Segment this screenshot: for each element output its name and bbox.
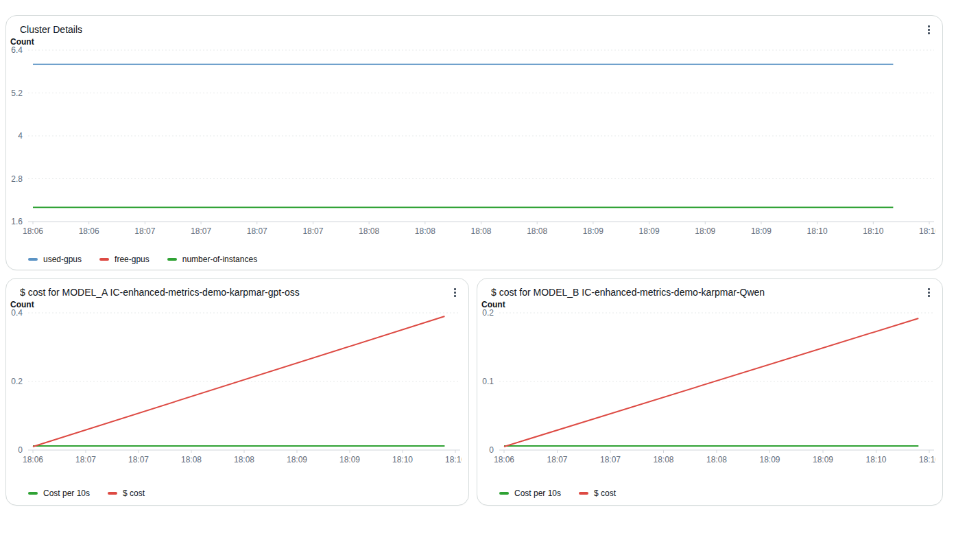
y-axis-unit-label: Count bbox=[10, 300, 34, 309]
x-axis-tick-label: 18:09 bbox=[695, 226, 715, 236]
x-axis-tick-label: 18:10 bbox=[863, 226, 883, 236]
x-axis-tick-label: 18:07 bbox=[128, 455, 149, 464]
x-axis-tick-label: 18:06 bbox=[23, 226, 43, 236]
chart-title: $ cost for MODEL_B IC-enhanced-metrics-d… bbox=[491, 287, 765, 298]
chart-card-cluster-details: Cluster Details Count 6.45.242.81.618:06… bbox=[5, 15, 943, 270]
y-axis-tick-label: 6.4 bbox=[11, 46, 23, 55]
legend-item-label: Cost per 10s bbox=[43, 488, 90, 498]
x-axis-tick-label: 18:10 bbox=[865, 455, 886, 464]
legend-item-label: free-gpus bbox=[115, 255, 150, 264]
x-axis-tick-label: 18:07 bbox=[247, 226, 267, 236]
x-axis-tick-label: 18:06 bbox=[23, 455, 43, 464]
legend-item-cost-per-10s[interactable]: Cost per 10s bbox=[499, 488, 561, 498]
x-axis-tick-label: 18:09 bbox=[639, 226, 660, 236]
y-axis-unit-label: Count bbox=[10, 37, 34, 47]
x-axis-tick-label: 18:08 bbox=[359, 226, 379, 236]
chart-legend: Cost per 10s$ cost bbox=[499, 488, 616, 498]
x-axis-tick-label: 18:08 bbox=[470, 226, 491, 236]
legend-line-swatch-icon bbox=[99, 258, 109, 261]
y-axis-tick-label: 0 bbox=[489, 445, 494, 455]
kebab-menu-icon bbox=[928, 288, 930, 297]
y-axis-unit-label: Count bbox=[481, 300, 505, 309]
legend-item-cost-per-10s[interactable]: Cost per 10s bbox=[28, 488, 90, 498]
legend-line-swatch-icon bbox=[167, 258, 177, 261]
x-axis-tick-label: 18:07 bbox=[547, 455, 567, 464]
card-header: $ cost for MODEL_B IC-enhanced-metrics-d… bbox=[491, 284, 937, 301]
legend-item-used-gpus[interactable]: used-gpus bbox=[28, 255, 82, 264]
y-axis-tick-label: 0.2 bbox=[482, 309, 494, 318]
x-axis-tick-label: 18:08 bbox=[653, 455, 673, 464]
x-axis-tick-label: 18:06 bbox=[79, 226, 99, 236]
x-axis-tick-label: 18:09 bbox=[813, 455, 833, 464]
chart-card-cost-model-a: $ cost for MODEL_A IC-enhanced-metrics-d… bbox=[5, 278, 469, 506]
series-line--cost bbox=[504, 318, 918, 447]
legend-line-swatch-icon bbox=[499, 492, 509, 495]
kebab-menu-icon bbox=[928, 25, 930, 34]
x-axis-tick-label: 18:10 bbox=[392, 455, 413, 464]
x-axis-tick-label: 18:09 bbox=[751, 226, 772, 236]
y-axis-tick-label: 5.2 bbox=[11, 89, 23, 98]
legend-item-label: used-gpus bbox=[43, 255, 82, 264]
x-axis-tick-label: 18:08 bbox=[706, 455, 727, 464]
y-axis-tick-label: 0.2 bbox=[11, 377, 23, 386]
x-axis-tick-label: 18:08 bbox=[415, 226, 435, 236]
legend-item--cost[interactable]: $ cost bbox=[108, 488, 145, 498]
chart-legend: Cost per 10s$ cost bbox=[28, 488, 145, 498]
legend-item-label: $ cost bbox=[594, 488, 616, 498]
y-axis-tick-label: 0 bbox=[18, 445, 23, 455]
x-axis-tick-label: 18:10 bbox=[919, 455, 935, 464]
legend-item-label: $ cost bbox=[123, 488, 145, 498]
x-axis-tick-label: 18:07 bbox=[75, 455, 96, 464]
y-axis-tick-label: 0.4 bbox=[11, 309, 23, 318]
x-axis-tick-label: 18:09 bbox=[287, 455, 307, 464]
legend-item-label: number-of-instances bbox=[182, 255, 257, 264]
card-header: Cluster Details bbox=[20, 21, 937, 38]
chart-legend: used-gpusfree-gpusnumber-of-instances bbox=[28, 255, 257, 264]
chart-actions-button[interactable] bbox=[920, 21, 937, 38]
legend-line-swatch-icon bbox=[579, 492, 588, 495]
legend-item-number-of-instances[interactable]: number-of-instances bbox=[167, 255, 257, 264]
x-axis-tick-label: 18:09 bbox=[339, 455, 360, 464]
x-axis-tick-label: 18:10 bbox=[445, 455, 462, 464]
x-axis-tick-label: 18:07 bbox=[600, 455, 621, 464]
x-axis-tick-label: 18:10 bbox=[919, 226, 935, 236]
y-axis-tick-label: 4 bbox=[18, 131, 23, 141]
x-axis-tick-label: 18:08 bbox=[234, 455, 254, 464]
chart-card-cost-model-b: $ cost for MODEL_B IC-enhanced-metrics-d… bbox=[477, 278, 943, 506]
chart-actions-button[interactable] bbox=[446, 284, 463, 301]
chart-title: $ cost for MODEL_A IC-enhanced-metrics-d… bbox=[20, 287, 300, 298]
x-axis-tick-label: 18:07 bbox=[134, 226, 155, 236]
x-axis-tick-label: 18:09 bbox=[759, 455, 780, 464]
x-axis-tick-label: 18:07 bbox=[302, 226, 323, 236]
y-axis-tick-label: 0.1 bbox=[482, 377, 494, 386]
y-axis-tick-label: 2.8 bbox=[11, 174, 23, 184]
x-axis-tick-label: 18:08 bbox=[181, 455, 202, 464]
x-axis-tick-label: 18:07 bbox=[191, 226, 211, 236]
y-axis-tick-label: 1.6 bbox=[11, 217, 23, 226]
legend-item-label: Cost per 10s bbox=[514, 488, 561, 498]
chart-title: Cluster Details bbox=[20, 24, 82, 35]
x-axis-tick-label: 18:08 bbox=[527, 226, 547, 236]
series-line--cost bbox=[33, 316, 444, 447]
card-header: $ cost for MODEL_A IC-enhanced-metrics-d… bbox=[20, 284, 463, 301]
x-axis-tick-label: 18:09 bbox=[583, 226, 603, 236]
chart-actions-button[interactable] bbox=[920, 284, 937, 301]
legend-line-swatch-icon bbox=[28, 258, 38, 261]
x-axis-tick-label: 18:10 bbox=[807, 226, 828, 236]
x-axis-tick-label: 18:06 bbox=[494, 455, 514, 464]
legend-line-swatch-icon bbox=[28, 492, 38, 495]
line-chart-canvas[interactable]: 6.45.242.81.618:0618:0618:0718:0718:0718… bbox=[6, 46, 935, 241]
legend-item--cost[interactable]: $ cost bbox=[579, 488, 616, 498]
line-chart-canvas[interactable]: 0.20.1018:0618:0718:0718:0818:0818:0918:… bbox=[477, 309, 935, 469]
legend-item-free-gpus[interactable]: free-gpus bbox=[99, 255, 150, 264]
kebab-menu-icon bbox=[454, 288, 456, 297]
legend-line-swatch-icon bbox=[108, 492, 117, 495]
line-chart-canvas[interactable]: 0.40.2018:0618:0718:0718:0818:0818:0918:… bbox=[6, 309, 462, 469]
